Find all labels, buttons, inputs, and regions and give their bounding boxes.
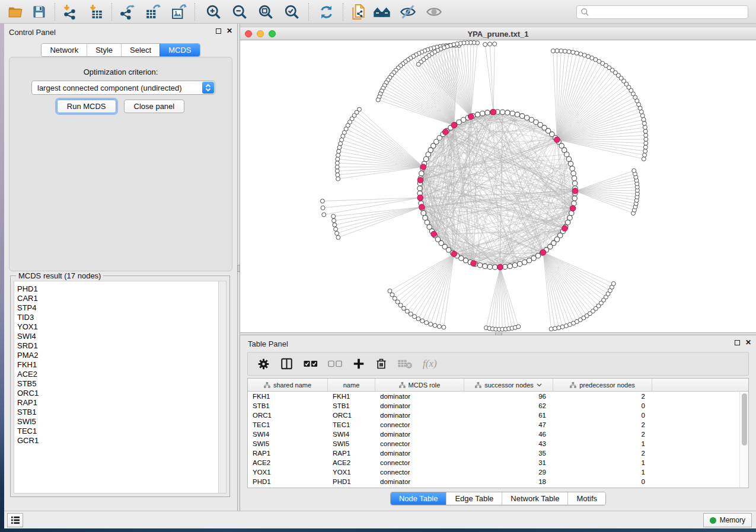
import-table-icon[interactable] — [87, 2, 106, 21]
table-row[interactable]: PHD1PHD1dominator180 — [248, 477, 739, 486]
run-mcds-button[interactable]: Run MCDS — [57, 100, 116, 113]
close-panel-icon[interactable]: ✕ — [227, 28, 232, 34]
mcds-result-list[interactable]: PHD1CAR1STP4TID3YOX1SWI4SRD1PMA2FKH1ACE2… — [14, 281, 218, 493]
tab-motifs[interactable]: Motifs — [567, 492, 605, 505]
mcds-result-title: MCDS result (17 nodes) — [16, 271, 103, 280]
table-row[interactable]: ORC1ORC1dominator610 — [248, 411, 739, 420]
close-panel-icon[interactable]: ✕ — [745, 339, 751, 345]
column-header-shared-name[interactable]: shared name — [248, 379, 328, 391]
table-row[interactable]: TEC1TEC1connector472 — [248, 420, 739, 430]
column-header-name[interactable]: name — [328, 379, 375, 391]
cell: connector — [375, 421, 464, 428]
tab-node-table[interactable]: Node Table — [391, 492, 446, 505]
delete-table-icon[interactable] — [397, 358, 413, 369]
cell: ORC1 — [248, 412, 328, 419]
delete-column-icon[interactable] — [375, 357, 387, 370]
mcds-result-item[interactable]: FKH1 — [17, 360, 218, 370]
float-panel-icon[interactable] — [735, 340, 740, 345]
import-network-icon[interactable] — [60, 2, 79, 21]
export-image-icon[interactable] — [170, 2, 189, 21]
column-header-MCDS-role[interactable]: MCDS role — [375, 379, 464, 391]
mcds-result-item[interactable]: SWI4 — [17, 332, 218, 341]
cell: 2 — [553, 431, 652, 438]
tab-mcds[interactable]: MCDS — [160, 44, 199, 56]
open-session-icon[interactable] — [349, 2, 368, 21]
toolbar-separator — [111, 3, 112, 21]
mcds-result-item[interactable]: STP4 — [17, 303, 218, 313]
save-icon[interactable] — [30, 2, 49, 21]
mcds-result-item[interactable]: PMA2 — [17, 351, 218, 360]
zoom-out-icon[interactable] — [230, 2, 249, 21]
mcds-list-scrollbar[interactable] — [218, 281, 227, 493]
column-header-predecessor-nodes[interactable]: predecessor nodes — [553, 379, 652, 391]
mcds-result-item[interactable]: YOX1 — [17, 322, 218, 332]
mcds-result-item[interactable]: STB1 — [17, 408, 218, 417]
add-column-icon[interactable] — [352, 357, 365, 370]
open-folder-icon[interactable] — [6, 2, 25, 21]
search-network-icon[interactable] — [372, 2, 391, 21]
tab-select[interactable]: Select — [121, 44, 160, 56]
cell: YOX1 — [248, 469, 328, 476]
table-options-gear-icon[interactable] — [257, 358, 270, 370]
cell: STB1 — [328, 402, 375, 409]
search-input[interactable] — [589, 6, 748, 18]
select-all-rows-icon[interactable] — [304, 360, 318, 368]
show-columns-icon[interactable] — [280, 357, 294, 370]
memory-button[interactable]: Memory — [703, 513, 752, 527]
zoom-in-icon[interactable] — [204, 2, 223, 21]
tab-style[interactable]: Style — [87, 44, 121, 56]
float-panel-icon[interactable] — [216, 28, 221, 34]
cell: 96 — [464, 393, 553, 400]
export-network-icon[interactable] — [117, 2, 136, 21]
table-row[interactable]: YOX1YOX1connector291 — [248, 467, 739, 477]
criterion-dropdown[interactable]: largest connected component (undirected) — [31, 81, 215, 95]
mcds-panel: Optimization criterion: largest connecte… — [9, 57, 232, 271]
table-row[interactable]: FKH1FKH1dominator962 — [248, 392, 739, 401]
mcds-result-item[interactable]: TEC1 — [17, 427, 218, 436]
network-canvas[interactable] — [240, 40, 756, 332]
mcds-result-item[interactable]: STB5 — [17, 379, 218, 389]
task-history-button[interactable] — [7, 513, 23, 527]
close-panel-button[interactable]: Close panel — [124, 100, 185, 113]
cell: connector — [375, 459, 464, 466]
tab-network[interactable]: Network — [42, 44, 87, 56]
zoom-selected-icon[interactable] — [282, 2, 301, 21]
table-scrollbar[interactable] — [739, 392, 748, 488]
attribute-tree-icon — [475, 382, 481, 388]
export-table-icon[interactable] — [143, 2, 162, 21]
scrollbar-thumb[interactable] — [742, 393, 747, 446]
mcds-result-item[interactable]: ACE2 — [17, 370, 218, 379]
mcds-result-item[interactable]: CAR1 — [17, 294, 218, 303]
refresh-icon[interactable] — [317, 2, 336, 21]
table-row[interactable]: ACE2ACE2connector311 — [248, 458, 739, 467]
mcds-result-item[interactable]: PHD1 — [17, 284, 218, 294]
table-row[interactable]: SWI4SWI4dominator462 — [248, 430, 739, 439]
network-window-titlebar[interactable]: YPA_prune.txt_1 — [240, 27, 756, 40]
mcds-result-item[interactable]: GCR1 — [17, 436, 218, 446]
show-graphics-details-icon[interactable] — [425, 2, 444, 21]
column-label: name — [343, 382, 360, 389]
mcds-result-item[interactable]: SRD1 — [17, 341, 218, 351]
mcds-result-item[interactable]: ORC1 — [17, 389, 218, 398]
column-header-successor-nodes[interactable]: successor nodes — [464, 379, 553, 391]
cell: dominator — [375, 393, 464, 400]
column-label: shared name — [273, 382, 311, 389]
mcds-result-item[interactable]: RAP1 — [17, 398, 218, 408]
tab-network-table[interactable]: Network Table — [502, 492, 567, 505]
cell: connector — [375, 440, 464, 447]
search-field[interactable] — [576, 5, 748, 19]
tab-edge-table[interactable]: Edge Table — [446, 492, 502, 505]
unselect-all-rows-icon[interactable] — [328, 360, 342, 368]
table-row[interactable]: STB1STB1dominator620 — [248, 401, 739, 411]
zoom-fit-icon[interactable] — [256, 2, 275, 21]
function-builder-icon[interactable]: f(x) — [423, 358, 437, 370]
network-window: YPA_prune.txt_1 — [240, 24, 756, 332]
hide-graphics-details-icon[interactable] — [398, 2, 417, 21]
table-row[interactable]: SWI5SWI5connector431 — [248, 439, 739, 448]
cell: 1 — [553, 459, 652, 466]
table-row[interactable]: RAP1RAP1dominator352 — [248, 448, 739, 458]
table-toolbar: f(x) — [247, 352, 749, 376]
cell: STB1 — [248, 402, 328, 409]
mcds-result-item[interactable]: SWI5 — [17, 417, 218, 427]
mcds-result-item[interactable]: TID3 — [17, 313, 218, 322]
